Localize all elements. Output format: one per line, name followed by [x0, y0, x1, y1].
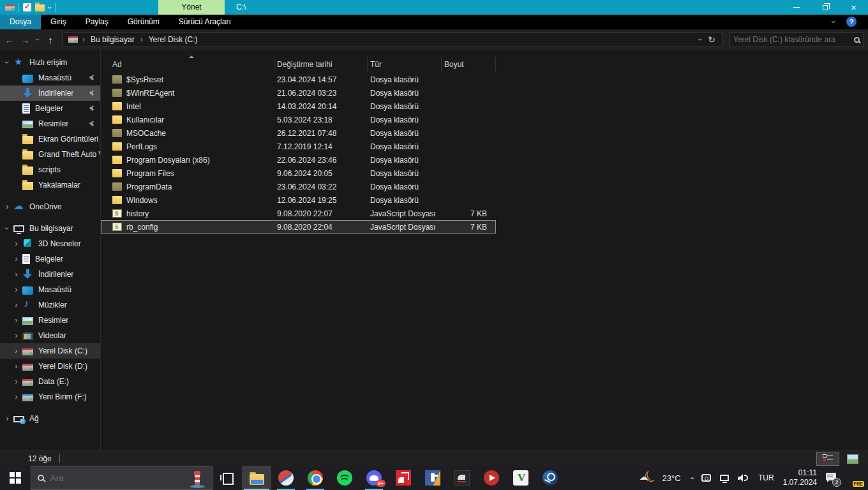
- sidebar-item[interactable]: Ağ: [0, 411, 100, 426]
- file-row[interactable]: $SysReset 23.04.2024 14:57 Dosya klasörü: [101, 73, 496, 86]
- properties-icon[interactable]: [23, 3, 31, 11]
- expand-chevron-icon[interactable]: [11, 239, 21, 248]
- taskbar-button[interactable]: [213, 466, 242, 490]
- expand-chevron-icon[interactable]: [11, 346, 21, 355]
- tab-surucu-araclari[interactable]: Sürücü Araçları: [169, 15, 241, 29]
- sidebar-item[interactable]: Resimler: [0, 313, 100, 328]
- sidebar-item[interactable]: scripts: [0, 162, 100, 177]
- column-header-size[interactable]: Boyut: [442, 57, 496, 71]
- file-row[interactable]: MSOCache 26.12.2021 07:48 Dosya klasörü: [101, 126, 496, 140]
- close-button[interactable]: ×: [839, 0, 868, 15]
- meet-now-icon[interactable]: [701, 474, 711, 482]
- customize-toolbar-chevron-icon[interactable]: ›: [47, 6, 53, 9]
- sidebar-item[interactable]: İndirilenler: [0, 85, 100, 101]
- tab-giris[interactable]: Giriş: [41, 15, 76, 29]
- column-header-type[interactable]: Tür: [368, 57, 442, 71]
- large-icons-view-button[interactable]: [841, 452, 863, 465]
- taskbar-button[interactable]: [271, 466, 301, 490]
- manage-context-tab[interactable]: Yönet: [158, 0, 225, 15]
- ribbon-collapse-chevron-icon[interactable]: ›: [828, 20, 838, 23]
- taskbar-button[interactable]: [535, 466, 565, 490]
- refresh-icon[interactable]: ↻: [708, 34, 715, 45]
- language-switcher[interactable]: TUR: [758, 473, 774, 482]
- details-view-button[interactable]: [817, 452, 839, 465]
- back-button[interactable]: ←: [3, 32, 17, 47]
- tab-gorunum[interactable]: Görünüm: [118, 15, 169, 29]
- recent-locations-chevron-icon[interactable]: ›: [33, 35, 42, 44]
- explorer-search-input[interactable]: [733, 35, 854, 44]
- taskbar-button[interactable]: 9+: [359, 466, 389, 490]
- file-row[interactable]: history 9.08.2020 22:07 JavaScript Dosya…: [101, 207, 496, 220]
- sidebar-item[interactable]: Müzikler: [0, 297, 100, 313]
- tab-paylas[interactable]: Paylaş: [76, 15, 118, 29]
- taskbar-button[interactable]: [389, 466, 418, 490]
- volume-icon[interactable]: [738, 473, 749, 482]
- minimize-button[interactable]: [782, 0, 811, 15]
- taskbar-button[interactable]: [477, 466, 506, 490]
- expand-chevron-icon[interactable]: [11, 331, 21, 340]
- pin-icon[interactable]: [88, 90, 95, 97]
- file-row[interactable]: Program Files 9.06.2024 20:05 Dosya klas…: [101, 167, 496, 180]
- show-hidden-icons-chevron-icon[interactable]: ›: [686, 477, 696, 479]
- search-highlight-lighthouse-illustration[interactable]: [189, 470, 206, 489]
- tab-dosya[interactable]: Dosya: [0, 15, 41, 29]
- sidebar-item[interactable]: Masaüstü: [0, 70, 100, 85]
- expand-chevron-icon[interactable]: [3, 414, 12, 423]
- sidebar-item[interactable]: Yerel Disk (D:): [0, 359, 100, 374]
- restore-button[interactable]: [811, 0, 839, 15]
- sidebar-item[interactable]: Bu bilgisayar: [0, 221, 100, 236]
- breadcrumb-local-disk-c[interactable]: Yerel Disk (C:): [147, 35, 199, 44]
- address-dropdown-chevron-icon[interactable]: ›: [696, 38, 705, 41]
- new-folder-icon[interactable]: [35, 4, 45, 11]
- breadcrumb-this-pc[interactable]: Bu bilgisayar: [89, 35, 136, 44]
- expand-chevron-icon[interactable]: [11, 270, 21, 279]
- column-header-modified[interactable]: Değiştirme tarihi: [274, 57, 368, 71]
- pin-icon[interactable]: [88, 121, 95, 128]
- expand-chevron-icon[interactable]: [11, 362, 21, 371]
- pin-icon[interactable]: [88, 105, 95, 112]
- taskbar-button[interactable]: [506, 466, 535, 490]
- sidebar-item[interactable]: Belgeler: [0, 101, 100, 116]
- expand-chevron-icon[interactable]: [3, 202, 12, 211]
- expand-chevron-icon[interactable]: [11, 377, 21, 386]
- sidebar-item[interactable]: Yakalamalar: [0, 177, 100, 193]
- file-row[interactable]: PerfLogs 7.12.2019 12:14 Dosya klasörü: [101, 140, 496, 153]
- file-row[interactable]: $WinREAgent 21.06.2024 03:23 Dosya klasö…: [101, 86, 496, 100]
- expand-chevron-icon[interactable]: [3, 58, 12, 67]
- start-button[interactable]: [0, 466, 31, 490]
- notification-center-button[interactable]: 2: [826, 473, 837, 483]
- expand-chevron-icon[interactable]: [11, 301, 21, 309]
- explorer-search-box[interactable]: [729, 32, 864, 47]
- address-bar[interactable]: › Bu bilgisayar › Yerel Disk (C:) › ↻: [63, 32, 722, 47]
- sidebar-item[interactable]: Belgeler: [0, 251, 100, 267]
- sidebar-item[interactable]: İndirilenler: [0, 267, 100, 282]
- expand-chevron-icon[interactable]: [11, 392, 21, 401]
- sidebar-item[interactable]: Masaüstü: [0, 282, 100, 297]
- column-header-name[interactable]: Ad: [112, 57, 274, 71]
- sidebar-item[interactable]: Grand Theft Auto V: [0, 147, 100, 162]
- sidebar-item[interactable]: Data (E:): [0, 374, 100, 389]
- sidebar-item[interactable]: Ekran Görüntüleri: [0, 131, 100, 147]
- file-row[interactable]: Intel 14.03.2024 20:14 Dosya klasörü: [101, 100, 496, 113]
- copilot-button[interactable]: PRE: [846, 470, 862, 486]
- network-icon[interactable]: [720, 475, 729, 481]
- expand-chevron-icon[interactable]: [11, 255, 21, 264]
- expand-chevron-icon[interactable]: [11, 316, 21, 325]
- sidebar-item[interactable]: 3D Nesneler: [0, 236, 100, 251]
- taskbar-search-box[interactable]: [31, 466, 213, 490]
- pin-icon[interactable]: [88, 75, 95, 82]
- file-row[interactable]: Program Dosyaları (x86) 22.06.2024 23:46…: [101, 153, 496, 167]
- up-button[interactable]: ↑: [43, 32, 57, 47]
- sidebar-item[interactable]: OneDrive: [0, 199, 100, 214]
- file-row[interactable]: Kullanıcılar 5.03.2024 23:18 Dosya klasö…: [101, 113, 496, 126]
- taskbar-button[interactable]: [447, 466, 477, 490]
- expand-chevron-icon[interactable]: [3, 224, 12, 233]
- sidebar-item[interactable]: Resimler: [0, 116, 100, 131]
- taskbar-button[interactable]: [242, 466, 271, 490]
- weather-widget[interactable]: 23°C: [641, 470, 681, 486]
- expand-chevron-icon[interactable]: [11, 285, 21, 294]
- file-row[interactable]: ProgramData 23.06.2024 03:22 Dosya klasö…: [101, 180, 496, 193]
- taskbar-button[interactable]: [418, 466, 447, 490]
- taskbar-button[interactable]: [301, 466, 330, 490]
- file-row[interactable]: Windows 12.06.2024 19:25 Dosya klasörü: [101, 193, 496, 207]
